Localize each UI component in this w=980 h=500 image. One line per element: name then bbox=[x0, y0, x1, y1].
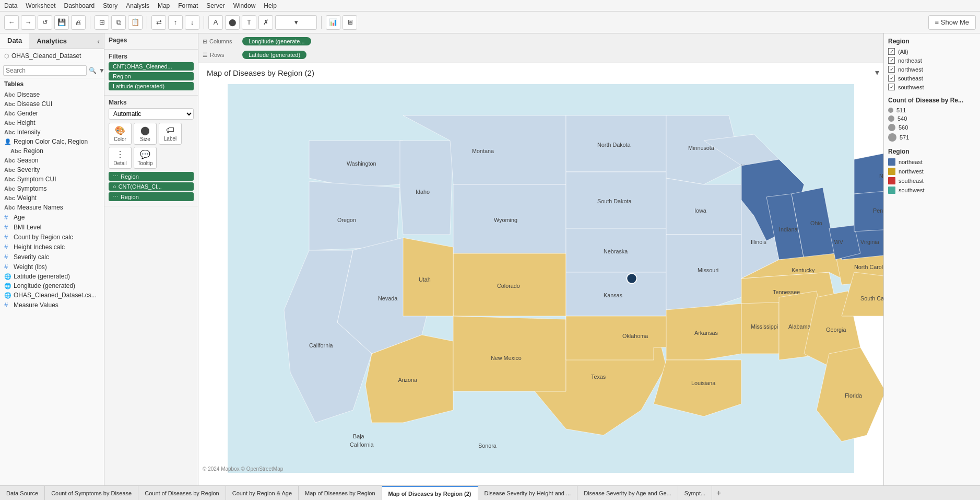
bottom-tab-6[interactable]: Disease Severity by Height and ... bbox=[478, 486, 578, 501]
text-btn[interactable]: A bbox=[208, 15, 223, 30]
field-item-1[interactable]: AbcDisease CUI bbox=[0, 99, 104, 109]
state-north-dakota[interactable] bbox=[566, 115, 666, 172]
field-item-20[interactable]: 🌐Longitude (generated) bbox=[0, 281, 104, 290]
field-item-2[interactable]: AbcGender bbox=[0, 109, 104, 118]
refresh-button[interactable]: ↺ bbox=[38, 15, 52, 30]
bottom-tab-8[interactable]: Sympt... bbox=[678, 486, 712, 501]
field-item-10[interactable]: AbcSymptoms bbox=[0, 184, 104, 193]
search-input[interactable] bbox=[3, 65, 87, 76]
filter-latitude[interactable]: Latitude (generated) bbox=[109, 82, 194, 90]
menu-dashboard[interactable]: Dashboard bbox=[64, 2, 95, 9]
legend-checkbox-1[interactable] bbox=[888, 57, 895, 64]
drop-btn[interactable]: T bbox=[242, 15, 256, 30]
menu-data[interactable]: Data bbox=[4, 2, 17, 9]
menu-story[interactable]: Story bbox=[103, 2, 117, 9]
legend-checkbox-4[interactable] bbox=[888, 84, 895, 90]
marks-region2-field[interactable]: ⋯ Region bbox=[109, 192, 194, 201]
bottom-tab-3[interactable]: Count by Region & Age bbox=[226, 486, 299, 501]
bottom-tab-1[interactable]: Count of Symptoms by Disease bbox=[45, 486, 138, 501]
panel-collapse-btn[interactable]: ‹ bbox=[93, 35, 104, 48]
state-new-york[interactable] bbox=[854, 147, 883, 194]
calc-btn[interactable]: ✗ bbox=[258, 15, 273, 30]
field-item-22[interactable]: #Measure Values bbox=[0, 300, 104, 310]
data-tab[interactable]: Data bbox=[0, 33, 29, 49]
field-item-16[interactable]: #Height Inches calc bbox=[0, 242, 104, 252]
marks-region-field[interactable]: ⋯ Region bbox=[109, 172, 194, 181]
marks-type-select[interactable]: Automatic bbox=[109, 108, 194, 120]
menu-window[interactable]: Window bbox=[233, 2, 256, 9]
field-item-12[interactable]: AbcMeasure Names bbox=[0, 203, 104, 212]
field-item-14[interactable]: #BMI Level bbox=[0, 222, 104, 232]
bottom-tab-4[interactable]: Map of Diseases by Region bbox=[299, 486, 382, 501]
filter-cnt[interactable]: CNT(OHAS_Cleaned... bbox=[109, 62, 194, 71]
add-tab-btn[interactable]: + bbox=[712, 486, 725, 501]
menu-worksheet[interactable]: Worksheet bbox=[26, 2, 55, 9]
bottom-tab-7[interactable]: Disease Severity by Age and Ge... bbox=[577, 486, 678, 501]
back-button[interactable]: ← bbox=[4, 15, 19, 30]
search-icon[interactable]: 🔍 bbox=[89, 67, 97, 74]
forward-button[interactable]: → bbox=[21, 15, 36, 30]
menu-map[interactable]: Map bbox=[158, 2, 170, 9]
field-item-3[interactable]: AbcHeight bbox=[0, 118, 104, 127]
field-item-9[interactable]: AbcSymptom CUI bbox=[0, 175, 104, 184]
state-mississippi[interactable] bbox=[741, 297, 779, 354]
detail-btn[interactable]: ⋮ Detail bbox=[109, 147, 132, 169]
menu-format[interactable]: Format bbox=[178, 2, 198, 9]
field-item-18[interactable]: #Weight (lbs) bbox=[0, 262, 104, 272]
field-item-6[interactable]: AbcRegion bbox=[0, 146, 104, 156]
field-item-17[interactable]: #Severity calc bbox=[0, 252, 104, 262]
color-btn[interactable]: 🎨 Color bbox=[109, 123, 132, 145]
paste-button[interactable]: 📋 bbox=[128, 15, 143, 30]
legend-checkbox-2[interactable] bbox=[888, 66, 895, 73]
field-item-7[interactable]: AbcSeason bbox=[0, 156, 104, 165]
state-kansas[interactable] bbox=[566, 272, 666, 316]
size-btn[interactable]: ⬤ Size bbox=[134, 123, 157, 145]
copy-button[interactable]: ⧉ bbox=[111, 15, 126, 30]
swap-button[interactable]: ⇄ bbox=[151, 15, 166, 30]
field-item-11[interactable]: AbcWeight bbox=[0, 193, 104, 203]
bottom-tab-2[interactable]: Count of Diseases by Region bbox=[138, 486, 226, 501]
field-item-15[interactable]: #Count by Region calc bbox=[0, 232, 104, 242]
state-new-mexico[interactable] bbox=[453, 316, 566, 391]
menu-help[interactable]: Help bbox=[264, 2, 277, 9]
state-idaho[interactable] bbox=[400, 141, 453, 235]
state-utah[interactable] bbox=[403, 238, 453, 316]
field-item-0[interactable]: AbcDisease bbox=[0, 90, 104, 99]
legend-checkbox-0[interactable] bbox=[888, 48, 895, 55]
field-item-5[interactable]: 👤Region Color Calc, Region bbox=[0, 137, 104, 146]
chart-btn[interactable]: 📊 bbox=[326, 15, 340, 30]
state-iowa[interactable] bbox=[666, 178, 741, 235]
state-pennsylvania[interactable] bbox=[854, 188, 883, 231]
filter-region[interactable]: Region bbox=[109, 72, 194, 80]
analytics-tab[interactable]: Analytics bbox=[29, 34, 74, 48]
filter-dropdown[interactable]: ▾ bbox=[275, 15, 317, 30]
state-south-dakota[interactable] bbox=[566, 172, 666, 228]
filter-icon[interactable]: ▼ bbox=[99, 67, 104, 74]
sort-asc-button[interactable]: ↑ bbox=[168, 15, 183, 30]
show-me-button[interactable]: ≡ Show Me bbox=[928, 15, 976, 30]
menu-server[interactable]: Server bbox=[206, 2, 225, 9]
rows-pill[interactable]: Latitude (generated) bbox=[242, 51, 306, 59]
state-arkansas[interactable] bbox=[666, 304, 741, 360]
mark-btn[interactable]: ⬤ bbox=[225, 15, 240, 30]
label-btn[interactable]: 🏷 Label bbox=[159, 123, 182, 145]
table-view-button[interactable]: ⊞ bbox=[95, 15, 109, 30]
state-oregon[interactable] bbox=[309, 181, 400, 250]
columns-pill[interactable]: Longitude (generate... bbox=[242, 37, 311, 45]
tooltip-btn[interactable]: 💬 Tooltip bbox=[134, 147, 157, 169]
field-item-8[interactable]: AbcSeverity bbox=[0, 165, 104, 175]
state-nebraska[interactable] bbox=[566, 228, 666, 272]
screen-btn[interactable]: 🖥 bbox=[343, 15, 357, 30]
state-wyoming[interactable] bbox=[453, 184, 566, 253]
state-washington[interactable] bbox=[309, 141, 403, 188]
viz-dropdown[interactable]: ▾ bbox=[875, 67, 879, 77]
bottom-tab-0[interactable]: Data Source bbox=[0, 486, 45, 501]
field-item-19[interactable]: 🌐Latitude (generated) bbox=[0, 272, 104, 281]
menu-analysis[interactable]: Analysis bbox=[126, 2, 149, 9]
legend-checkbox-3[interactable] bbox=[888, 75, 895, 82]
marks-cnt-field[interactable]: ○ CNT(OHAS_Cl... bbox=[109, 182, 194, 191]
print-button[interactable]: 🖨 bbox=[71, 15, 86, 30]
field-item-4[interactable]: AbcIntensity bbox=[0, 127, 104, 137]
bottom-tab-5[interactable]: Map of Diseases by Region (2) bbox=[382, 486, 478, 501]
field-item-13[interactable]: #Age bbox=[0, 212, 104, 222]
